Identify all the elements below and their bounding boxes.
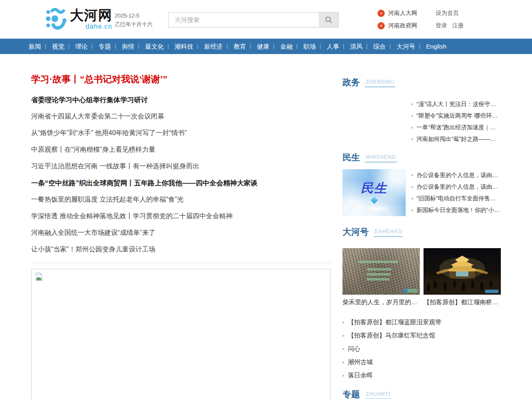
header-date: 2025-12-5 乙巳年十月十六 [115,11,153,29]
headline-link[interactable]: 河南省十四届人大常委会第二十一次会议闭幕 [31,108,330,125]
zhengwu-list: “漫”话人大丨宪法日：这份守… “限塑令”实施近两周年 哪些环… 一单“帮送”跑… [411,98,498,145]
search-button[interactable] [319,12,338,27]
headline-link[interactable]: 一餐热饭里的履职温度 立法托起老年人的幸福“食”光 [31,191,330,208]
section-pinyin-zhuanti: ZHUANTI [365,392,391,399]
dahehao-card-firewood-photo[interactable] [342,248,420,295]
nav-item-education[interactable]: 教育 [228,39,251,54]
minsheng-image-text: 民生 [342,180,406,197]
search-input[interactable] [169,12,319,27]
headline-link[interactable]: 中原观察丨在“河南楷模”身上看见榜样力量 [31,141,330,158]
zhengwu-block: “漫”话人大丨宪法日：这份守… “限塑令”实施近两周年 哪些环… 一单“帮送”跑… [342,98,501,145]
minsheng-item[interactable]: 新国标今日全面落地！你的“小… [411,204,500,216]
zhengwu-item[interactable]: “漫”话人大丨宪法日：这份守… [411,98,498,110]
top-headline[interactable]: 学习·故事丨“总书记对我说‘谢谢’” [31,73,330,86]
account-links: 设为首页 登录 注册 [436,8,469,33]
dahehao-item[interactable]: 落日余晖 [342,369,501,382]
nav-item-tech[interactable]: 潮科技 [169,39,199,54]
register-link[interactable]: 注册 [452,22,464,30]
nav-item-general[interactable]: 综合 [368,39,391,54]
section-dahehao-header: 大河号 DAHEHAO [342,226,501,237]
section-zhuanti-header: 专题 ZHUANTI [342,389,501,399]
headline-link[interactable]: 习近平法治思想在河南 一线故事丨有一种选择叫挺身而出 [31,158,330,175]
headline-link[interactable]: 学深悟透 推动全会精神落地见效丨学习贯彻党的二十届四中全会精神 [31,208,330,224]
site-header: 大河网 dahe.cn 2025-12-5 乙巳年十月十六 ★ 河南人大网 ★ … [0,0,532,39]
search-bar [168,12,339,27]
broken-image-icon [34,272,44,281]
date-lunar: 乙巳年十月十六 [115,20,153,29]
dahehao-item[interactable]: 潮州古城 [342,355,501,369]
headline-link[interactable]: 河南融入全国统一大市场建设“成绩单”来了 [31,224,330,241]
sidebar: 政务 ZHENGWU “漫”话人大丨宪法日：这份守… “限塑令”实施近两周年 哪… [342,54,501,399]
minsheng-promo-image[interactable]: 民生 [342,169,406,216]
main-column: 学习·故事丨“总书记对我说‘谢谢’” 省委理论学习中心组举行集体学习研讨 河南省… [31,54,330,399]
nav-item-qingfeng[interactable]: 清风 [345,39,368,54]
nav-item-new-economy[interactable]: 新经济 [199,39,228,54]
nav-item-dahehao[interactable]: 大河号 [391,39,421,54]
photo-overlay-text-bar [367,273,391,276]
zhengwu-item[interactable]: “限塑令”实施近两周年 哪些环… [411,110,498,121]
minsheng-item[interactable]: “旧国标”电动自行车全面停售… [411,192,500,204]
nav-item-finance[interactable]: 金融 [275,39,298,54]
link-henan-gov[interactable]: ★ 河南政府网 [377,21,417,31]
nav-item-visual[interactable]: 视觉 [47,39,70,54]
page-content: 学习·故事丨“总书记对我说‘谢谢’” 省委理论学习中心组举行集体学习研讨 河南省… [31,54,501,399]
headline-link[interactable]: 一条“空中丝路”织出全球商贸网丨五年路上你我他——四中全会精神大家谈 [31,175,330,191]
nav-item-news[interactable]: 新闻 [23,39,47,54]
headline-link[interactable]: 从“烙饼少年”到“水手” 他用40年给黄河写了一封“情书” [31,125,330,141]
dahehao-cards [342,248,501,295]
minsheng-item[interactable]: 办公设备里的个人信息，该由… [411,181,500,192]
zhengwu-item[interactable]: 一单“帮送”跑出经济加速度｜… [411,121,498,133]
divider [31,263,330,263]
dahehao-item[interactable]: 问心 [342,342,501,355]
section-minsheng-header: 民生 MINSHENG [342,152,501,163]
section-pinyin-zhengwu: ZHENGWU [365,79,395,87]
main-image-placeholder [31,269,330,399]
nav-item-workplace[interactable]: 职场 [298,39,321,54]
nav-item-english[interactable]: English [421,39,452,54]
photo-overlay-text-bar [367,268,392,271]
section-pinyin-dahehao: DAHEHAO [374,229,403,237]
site-logo[interactable]: 大河网 dahe.cn [45,7,112,31]
section-title-zhuanti[interactable]: 专题 [342,389,360,399]
section-title-minsheng[interactable]: 民生 [342,153,360,163]
nav-item-culture[interactable]: 最文化 [140,39,169,54]
zhengwu-image-placeholder [342,98,406,145]
dahehao-item[interactable]: 【拍客原创】都江堰蓝眼泪景观带 [342,315,501,329]
main-navbar: 新闻 视觉 理论 专题 舆情 最文化 潮科技 新经济 教育 健康 金融 职场 人… [0,39,532,54]
logo-domain: dahe.cn [86,23,112,30]
link-henan-renda[interactable]: ★ 河南人大网 [377,8,417,18]
dahehao-captions: 柴禾里的人生，岁月里的… 【拍客原创】都江堰南桥… [342,298,501,306]
minsheng-item[interactable]: 办公设备里的个人信息，该由… [411,169,500,181]
date-gregorian: 2025-12-5 [115,11,153,20]
section-title-dahehao[interactable]: 大河号 [342,227,369,237]
zhengwu-item[interactable]: 河南如何闯出“莓”好之路——… [411,133,498,145]
section-title-zhengwu[interactable]: 政务 [342,77,360,87]
diamond-icon [370,196,378,204]
national-emblem-icon: ★ [377,10,385,17]
nav-item-personnel[interactable]: 人事 [321,39,345,54]
headline-link[interactable]: 省委理论学习中心组举行集体学习研讨 [31,91,330,108]
logo-title: 大河网 [70,8,112,22]
dahehao-list: 【拍客原创】都江堰蓝眼泪景观带 【拍客原创】马尔康红军纪念馆 问心 潮州古城 落… [342,315,501,382]
gov-links: ★ 河南人大网 ★ 河南政府网 [377,8,417,33]
henan-gov-label: 河南政府网 [388,22,417,30]
nav-item-public-opinion[interactable]: 舆情 [116,39,140,54]
nav-item-health[interactable]: 健康 [251,39,275,54]
headline-link[interactable]: 让小孩“当家”！郑州公园变身儿童设计工场 [31,241,330,258]
card-caption[interactable]: 【拍客原创】都江堰南桥… [424,298,501,306]
henan-renda-label: 河南人大网 [388,10,417,17]
dahehao-card-nanqiao-photo[interactable] [424,248,501,295]
nav-item-special[interactable]: 专题 [93,39,116,54]
dahe-logo-icon [45,7,67,31]
set-homepage-link[interactable]: 设为首页 [436,10,459,17]
nav-item-theory[interactable]: 理论 [70,39,93,54]
card-caption[interactable]: 柴禾里的人生，岁月里的… [342,298,420,306]
section-zhengwu-header: 政务 ZHENGWU [342,76,501,87]
headline-list: 省委理论学习中心组举行集体学习研讨 河南省十四届人大常委会第二十一次会议闭幕 从… [31,91,330,258]
login-link[interactable]: 登录 [436,22,447,30]
watermark-icon [404,289,418,293]
section-pinyin-minsheng: MINSHENG [365,155,397,163]
photo-overlay-text-bar [358,261,398,263]
minsheng-list: 办公设备里的个人信息，该由… 办公设备里的个人信息，该由… “旧国标”电动自行车… [411,169,500,216]
dahehao-item[interactable]: 【拍客原创】马尔康红军纪念馆 [342,329,501,342]
